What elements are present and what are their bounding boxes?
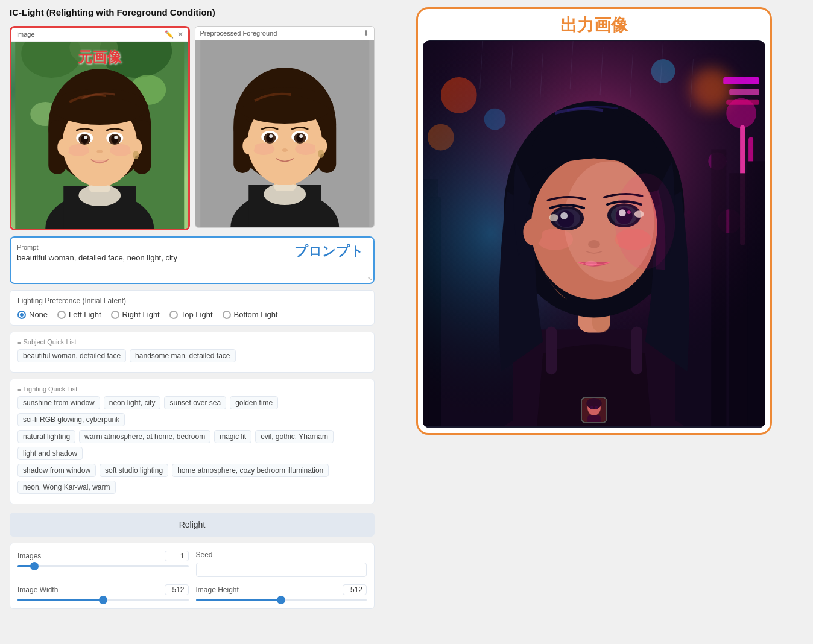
subject-tag-1[interactable]: handsome man, detailed face	[130, 349, 235, 362]
svg-point-108	[523, 219, 542, 245]
lighting-tag-gothic[interactable]: evil, gothic, Yharnam	[255, 430, 334, 443]
seed-input[interactable]: 12345	[196, 563, 367, 577]
preprocessed-label: Preprocessed Foreground ⬇	[195, 27, 375, 40]
right-panel: 出力画像	[384, 7, 803, 637]
lighting-tag-studio[interactable]: soft studio lighting	[100, 464, 168, 477]
width-slider-track	[17, 599, 189, 601]
radio-bottom-light[interactable]: Bottom Light	[223, 310, 278, 319]
svg-point-38	[253, 143, 274, 155]
lighting-tags-row-1: sunshine from window neon light, city su…	[17, 396, 367, 426]
lighting-tag-sunshine[interactable]: sunshine from window	[17, 396, 100, 409]
source-image-display: 元画像	[11, 42, 188, 229]
svg-point-9	[78, 185, 121, 206]
radio-bottom-label: Bottom Light	[234, 310, 278, 319]
source-image-box: Image ✏️ ✕	[10, 26, 190, 230]
width-label: Image Width	[17, 586, 58, 594]
svg-point-28	[133, 151, 139, 159]
lighting-tag-shadow-light[interactable]: light and shadow	[17, 447, 83, 460]
lighting-tag-golden[interactable]: golden time	[230, 396, 278, 409]
lighting-tag-warm[interactable]: warm atmosphere, at home, bedroom	[79, 430, 210, 443]
relight-button[interactable]: Relight	[10, 513, 375, 537]
svg-point-50	[242, 137, 255, 154]
radio-none-circle	[17, 311, 26, 319]
svg-point-104	[549, 214, 558, 221]
svg-point-106	[588, 240, 600, 248]
images-slider-track	[17, 565, 189, 567]
lighting-tags-row-3: shadow from window soft studio lighting …	[17, 464, 367, 477]
svg-point-33	[264, 183, 306, 205]
width-slider-thumb[interactable]	[99, 596, 107, 604]
lighting-tag-magic[interactable]: magic lit	[214, 430, 251, 443]
svg-point-23	[114, 136, 118, 139]
width-slider-fill	[17, 599, 103, 601]
close-icon[interactable]: ✕	[177, 30, 183, 39]
lighting-tag-natural[interactable]: natural lighting	[17, 430, 75, 443]
seed-label: Seed	[196, 551, 213, 559]
radio-right-label: Right Light	[122, 310, 160, 319]
images-label-row: Images 1	[17, 551, 189, 561]
preprocessed-image-display	[195, 40, 375, 227]
radio-top-circle	[169, 311, 178, 319]
source-image-container: Image ✏️ ✕	[10, 26, 190, 230]
output-title: 出力画像	[423, 14, 765, 37]
lighting-tag-neon[interactable]: neon light, city	[104, 396, 161, 409]
source-image-actions[interactable]: ✏️ ✕	[165, 30, 183, 39]
height-label: Image Height	[196, 586, 239, 594]
preprocessed-image-box: Preprocessed Foreground ⬇	[195, 26, 375, 228]
edit-icon[interactable]: ✏️	[165, 30, 174, 39]
height-label-row: Image Height 512	[196, 584, 367, 595]
svg-rect-86	[546, 326, 557, 374]
left-panel: IC-Light (Relighting with Foreground Con…	[10, 7, 375, 637]
subject-tags-row: beautiful woman, detailed face handsome …	[17, 349, 367, 362]
radio-left-circle	[57, 311, 66, 319]
svg-rect-116	[582, 398, 606, 422]
svg-point-15	[110, 144, 131, 156]
params-section: Images 1 Seed 12345 Image Width 51	[10, 543, 375, 609]
svg-point-48	[282, 148, 288, 152]
radio-none[interactable]: None	[17, 310, 48, 319]
svg-rect-87	[631, 326, 642, 374]
source-image-label: Image ✏️ ✕	[11, 28, 188, 42]
source-japanese-label: 元画像	[78, 48, 121, 67]
lighting-tags-row-4: neon, Wong Kar-wai, warm	[17, 481, 367, 494]
height-param: Image Height 512	[196, 584, 367, 601]
height-value: 512	[343, 584, 367, 595]
images-value: 1	[165, 551, 189, 561]
output-thumbnail[interactable]	[581, 397, 607, 423]
lighting-quick-list: ≡ Lighting Quick List sunshine from wind…	[10, 379, 375, 504]
radio-bottom-circle	[223, 311, 231, 319]
seed-param: Seed 12345	[196, 551, 367, 577]
svg-point-39	[295, 143, 317, 155]
radio-top-label: Top Light	[181, 310, 213, 319]
preprocessed-actions[interactable]: ⬇	[363, 29, 369, 37]
svg-point-47	[299, 134, 303, 138]
radio-left-light[interactable]: Left Light	[57, 310, 101, 319]
height-slider-thumb[interactable]	[277, 596, 285, 604]
lighting-tag-cozy[interactable]: home atmosphere, cozy bedroom illuminati…	[172, 464, 329, 477]
svg-point-109	[615, 173, 675, 269]
output-image-area	[423, 40, 765, 428]
lighting-section: Lighting Preference (Initial Latent) Non…	[10, 290, 375, 326]
lighting-tag-wong[interactable]: neon, Wong Kar-wai, warm	[17, 481, 116, 494]
svg-point-46	[269, 134, 273, 138]
subject-list-title: ≡ Subject Quick List	[17, 338, 367, 346]
radio-top-light[interactable]: Top Light	[169, 310, 213, 319]
lighting-tag-shadow-window[interactable]: shadow from window	[17, 464, 96, 477]
radio-left-label: Left Light	[69, 310, 101, 319]
subject-quick-list: ≡ Subject Quick List beautiful woman, de…	[10, 332, 375, 373]
radio-right-light[interactable]: Right Light	[111, 310, 160, 319]
radio-right-circle	[111, 311, 119, 319]
svg-point-98	[560, 212, 568, 219]
images-slider-thumb[interactable]	[30, 562, 39, 570]
lighting-list-title: ≡ Lighting Quick List	[17, 385, 367, 393]
lighting-tags-row-2: natural lighting warm atmosphere, at hom…	[17, 430, 367, 460]
lighting-tag-sunset[interactable]: sunset over sea	[164, 396, 226, 409]
lighting-tag-scifi[interactable]: sci-fi RGB glowing, cyberpunk	[17, 413, 125, 426]
subject-tag-0[interactable]: beautiful woman, detailed face	[17, 349, 126, 362]
svg-point-22	[84, 136, 87, 139]
height-slider-track	[196, 599, 367, 601]
preprocessed-image-container: Preprocessed Foreground ⬇	[195, 26, 375, 230]
height-slider-fill	[196, 599, 282, 601]
images-label: Images	[17, 552, 41, 560]
download-icon[interactable]: ⬇	[363, 29, 369, 37]
